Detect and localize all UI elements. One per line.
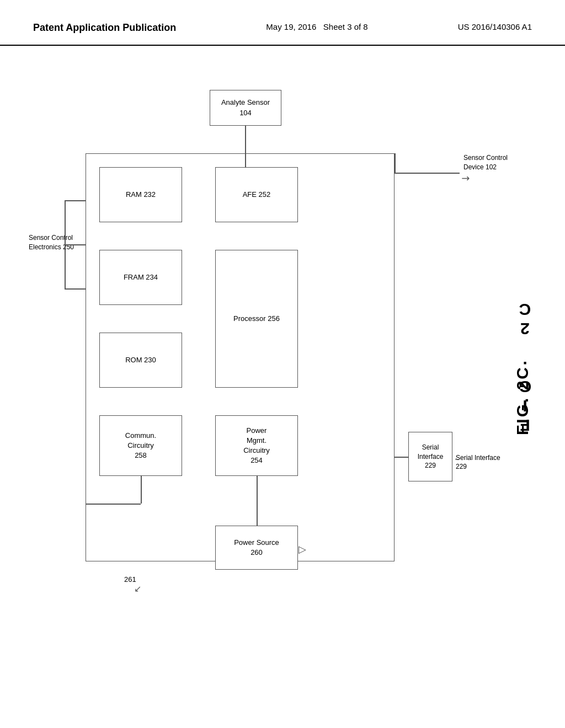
afe-label: AFE 252 bbox=[243, 190, 271, 200]
sce-bracket-bot bbox=[65, 288, 86, 290]
header-center: May 19, 2016 Sheet 3 of 8 bbox=[266, 22, 367, 31]
sce-bracket-top bbox=[65, 200, 86, 201]
serial-interface-label-ext: Serial Interface229 bbox=[456, 454, 500, 471]
ram-box: RAM 232 bbox=[99, 167, 182, 222]
processor-label: Processor 256 bbox=[233, 314, 280, 324]
sensor-control-electronics-label: Sensor ControlElectronics 250 bbox=[29, 233, 74, 252]
fig-2c-label: FIG. 2C bbox=[516, 299, 535, 435]
to-serial-line bbox=[395, 457, 408, 458]
ref-261-arrow: ↙ bbox=[134, 584, 141, 594]
scd-arrow: ↙ bbox=[458, 172, 472, 186]
commun-label: Commun.Circuitry258 bbox=[125, 431, 156, 461]
serial-interface-label: Serial Interface229 bbox=[409, 443, 452, 470]
serial-arrow: ← bbox=[454, 454, 461, 463]
patent-number: US 2016/140306 A1 bbox=[458, 22, 532, 31]
power-source-box: Power Source260 bbox=[215, 526, 298, 570]
diagram-area: Analyte Sensor104 Sensor ControlElectron… bbox=[0, 46, 565, 697]
commun-bottom-h bbox=[86, 504, 141, 505]
scd-line-h bbox=[395, 173, 460, 174]
commun-box: Commun.Circuitry258 bbox=[99, 415, 182, 476]
sce-bracket-v1 bbox=[65, 200, 66, 288]
processor-box: Processor 256 bbox=[215, 250, 298, 388]
fram-label: FRAM 234 bbox=[124, 272, 158, 282]
serial-interface-box: Serial Interface229 bbox=[408, 432, 452, 481]
rom-label: ROM 230 bbox=[125, 355, 156, 365]
commun-down-line bbox=[141, 476, 142, 504]
pwr-mgmt-to-src-line bbox=[257, 476, 258, 526]
afe-box: AFE 252 bbox=[215, 167, 298, 222]
power-mgmt-box: PowerMgmt.Circuitry254 bbox=[215, 415, 298, 476]
publication-label: Patent Application Publication bbox=[33, 22, 176, 34]
power-mgmt-label: PowerMgmt.Circuitry254 bbox=[243, 426, 270, 466]
sheet-info: Sheet 3 of 8 bbox=[323, 22, 368, 31]
fram-box: FRAM 234 bbox=[99, 250, 182, 305]
rom-box: ROM 230 bbox=[99, 333, 182, 388]
power-source-label: Power Source260 bbox=[234, 538, 279, 558]
sensor-control-device-label: Sensor ControlDevice 102 bbox=[463, 153, 508, 172]
page-header: Patent Application Publication May 19, 2… bbox=[0, 0, 565, 46]
pub-date: May 19, 2016 bbox=[266, 22, 316, 31]
sce-bracket-h bbox=[65, 244, 86, 245]
scd-line-v bbox=[395, 153, 396, 173]
analyte-sensor-box: Analyte Sensor104 bbox=[210, 90, 281, 126]
analyte-sensor-label: Analyte Sensor104 bbox=[221, 98, 270, 117]
power-source-right-arrow: ▷ bbox=[299, 543, 306, 555]
ram-label: RAM 232 bbox=[126, 190, 156, 200]
